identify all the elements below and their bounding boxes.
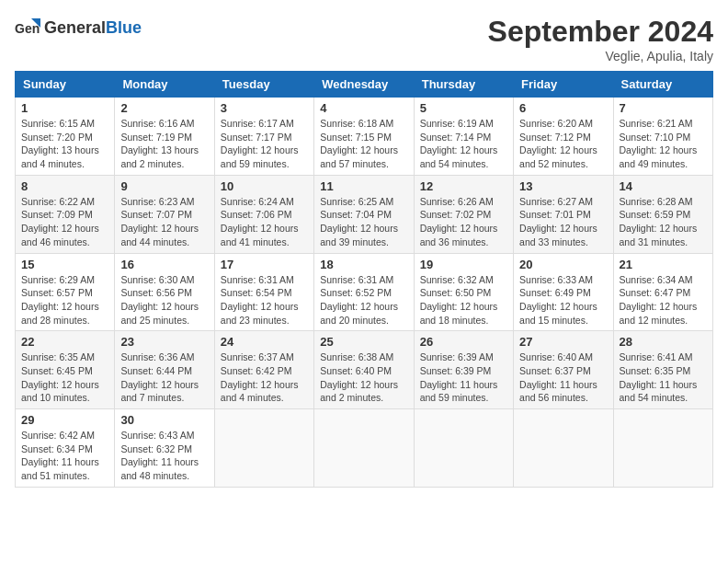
logo: Gen GeneralBlue	[15, 15, 142, 40]
day-info: Sunrise: 6:30 AM Sunset: 6:56 PM Dayligh…	[120, 273, 208, 327]
calendar-cell	[214, 409, 313, 488]
day-number: 10	[221, 179, 308, 193]
day-info: Sunrise: 6:24 AM Sunset: 7:06 PM Dayligh…	[221, 195, 308, 249]
day-info: Sunrise: 6:20 AM Sunset: 7:12 PM Dayligh…	[519, 117, 607, 171]
calendar-cell: 18Sunrise: 6:31 AM Sunset: 6:52 PM Dayli…	[314, 253, 414, 331]
day-number: 8	[21, 179, 108, 193]
calendar-cell: 26Sunrise: 6:39 AM Sunset: 6:39 PM Dayli…	[414, 331, 513, 409]
title-section: September 2024 Veglie, Apulia, Italy	[488, 15, 713, 63]
day-info: Sunrise: 6:31 AM Sunset: 6:52 PM Dayligh…	[320, 273, 407, 327]
weekday-header-wednesday: Wednesday	[314, 72, 414, 98]
day-info: Sunrise: 6:27 AM Sunset: 7:01 PM Dayligh…	[519, 195, 607, 249]
calendar-cell: 27Sunrise: 6:40 AM Sunset: 6:37 PM Dayli…	[514, 331, 613, 409]
day-number: 2	[120, 101, 208, 115]
week-row-1: 1Sunrise: 6:15 AM Sunset: 7:20 PM Daylig…	[16, 98, 713, 176]
calendar-cell: 8Sunrise: 6:22 AM Sunset: 7:09 PM Daylig…	[16, 175, 115, 253]
day-info: Sunrise: 6:26 AM Sunset: 7:02 PM Dayligh…	[420, 195, 507, 249]
week-row-4: 22Sunrise: 6:35 AM Sunset: 6:45 PM Dayli…	[16, 331, 713, 409]
day-number: 6	[519, 101, 607, 115]
calendar-cell: 14Sunrise: 6:28 AM Sunset: 6:59 PM Dayli…	[613, 175, 712, 253]
day-info: Sunrise: 6:38 AM Sunset: 6:40 PM Dayligh…	[320, 350, 407, 405]
calendar-cell: 21Sunrise: 6:34 AM Sunset: 6:47 PM Dayli…	[613, 253, 712, 331]
day-info: Sunrise: 6:34 AM Sunset: 6:47 PM Dayligh…	[620, 273, 707, 327]
day-number: 20	[519, 258, 607, 271]
day-number: 9	[120, 179, 208, 193]
day-number: 1	[21, 101, 108, 115]
calendar-cell: 4Sunrise: 6:18 AM Sunset: 7:15 PM Daylig…	[314, 98, 414, 176]
calendar-cell: 17Sunrise: 6:31 AM Sunset: 6:54 PM Dayli…	[214, 253, 313, 331]
day-number: 30	[120, 413, 208, 427]
day-info: Sunrise: 6:31 AM Sunset: 6:54 PM Dayligh…	[221, 273, 308, 327]
day-info: Sunrise: 6:39 AM Sunset: 6:39 PM Dayligh…	[420, 350, 507, 405]
calendar-cell: 9Sunrise: 6:23 AM Sunset: 7:07 PM Daylig…	[115, 175, 214, 253]
calendar-cell: 13Sunrise: 6:27 AM Sunset: 7:01 PM Dayli…	[514, 175, 613, 253]
calendar-table: SundayMondayTuesdayWednesdayThursdayFrid…	[15, 71, 713, 488]
logo-general: General	[44, 18, 106, 37]
weekday-header-thursday: Thursday	[414, 72, 513, 98]
logo-icon: Gen	[15, 15, 40, 40]
day-info: Sunrise: 6:17 AM Sunset: 7:17 PM Dayligh…	[221, 117, 308, 171]
day-number: 4	[320, 101, 407, 115]
day-number: 23	[120, 335, 208, 349]
day-number: 21	[620, 258, 707, 271]
calendar-cell: 28Sunrise: 6:41 AM Sunset: 6:35 PM Dayli…	[613, 331, 712, 409]
day-number: 7	[620, 101, 707, 115]
day-number: 27	[519, 335, 607, 349]
calendar-cell: 5Sunrise: 6:19 AM Sunset: 7:14 PM Daylig…	[414, 98, 513, 176]
day-info: Sunrise: 6:22 AM Sunset: 7:09 PM Dayligh…	[21, 195, 108, 249]
day-info: Sunrise: 6:42 AM Sunset: 6:34 PM Dayligh…	[21, 429, 108, 483]
day-number: 3	[221, 101, 308, 115]
weekday-header-tuesday: Tuesday	[214, 72, 313, 98]
day-number: 22	[21, 335, 108, 349]
day-number: 14	[620, 179, 707, 193]
svg-text:Gen: Gen	[15, 21, 40, 36]
calendar-cell: 2Sunrise: 6:16 AM Sunset: 7:19 PM Daylig…	[115, 98, 214, 176]
day-info: Sunrise: 6:33 AM Sunset: 6:49 PM Dayligh…	[519, 273, 607, 327]
day-info: Sunrise: 6:23 AM Sunset: 7:07 PM Dayligh…	[120, 195, 208, 249]
calendar-cell: 12Sunrise: 6:26 AM Sunset: 7:02 PM Dayli…	[414, 175, 513, 253]
day-info: Sunrise: 6:43 AM Sunset: 6:32 PM Dayligh…	[120, 429, 208, 483]
day-number: 12	[420, 179, 507, 193]
calendar-cell: 24Sunrise: 6:37 AM Sunset: 6:42 PM Dayli…	[214, 331, 313, 409]
day-info: Sunrise: 6:16 AM Sunset: 7:19 PM Dayligh…	[120, 117, 208, 171]
day-info: Sunrise: 6:32 AM Sunset: 6:50 PM Dayligh…	[420, 273, 507, 327]
calendar-cell	[314, 409, 414, 488]
calendar-cell: 23Sunrise: 6:36 AM Sunset: 6:44 PM Dayli…	[115, 331, 214, 409]
day-number: 13	[519, 179, 607, 193]
week-row-2: 8Sunrise: 6:22 AM Sunset: 7:09 PM Daylig…	[16, 175, 713, 253]
calendar-cell	[414, 409, 513, 488]
calendar-cell: 29Sunrise: 6:42 AM Sunset: 6:34 PM Dayli…	[16, 409, 115, 488]
calendar-cell: 16Sunrise: 6:30 AM Sunset: 6:56 PM Dayli…	[115, 253, 214, 331]
weekday-header-sunday: Sunday	[16, 72, 115, 98]
day-number: 28	[620, 335, 707, 349]
day-number: 5	[420, 101, 507, 115]
day-number: 11	[320, 179, 407, 193]
day-info: Sunrise: 6:18 AM Sunset: 7:15 PM Dayligh…	[320, 117, 407, 171]
week-row-3: 15Sunrise: 6:29 AM Sunset: 6:57 PM Dayli…	[16, 253, 713, 331]
calendar-cell: 22Sunrise: 6:35 AM Sunset: 6:45 PM Dayli…	[16, 331, 115, 409]
day-number: 17	[221, 258, 308, 271]
location-subtitle: Veglie, Apulia, Italy	[488, 49, 713, 63]
calendar-cell: 25Sunrise: 6:38 AM Sunset: 6:40 PM Dayli…	[314, 331, 414, 409]
calendar-cell: 7Sunrise: 6:21 AM Sunset: 7:10 PM Daylig…	[613, 98, 712, 176]
calendar-cell: 11Sunrise: 6:25 AM Sunset: 7:04 PM Dayli…	[314, 175, 414, 253]
day-number: 15	[21, 258, 108, 271]
day-info: Sunrise: 6:25 AM Sunset: 7:04 PM Dayligh…	[320, 195, 407, 249]
calendar-cell	[613, 409, 712, 488]
weekday-header-monday: Monday	[115, 72, 214, 98]
day-number: 16	[120, 258, 208, 271]
day-info: Sunrise: 6:41 AM Sunset: 6:35 PM Dayligh…	[620, 350, 707, 405]
week-row-5: 29Sunrise: 6:42 AM Sunset: 6:34 PM Dayli…	[16, 409, 713, 488]
calendar-cell: 3Sunrise: 6:17 AM Sunset: 7:17 PM Daylig…	[214, 98, 313, 176]
day-info: Sunrise: 6:35 AM Sunset: 6:45 PM Dayligh…	[21, 350, 108, 405]
day-info: Sunrise: 6:28 AM Sunset: 6:59 PM Dayligh…	[620, 195, 707, 249]
day-number: 26	[420, 335, 507, 349]
day-number: 18	[320, 258, 407, 271]
calendar-cell: 6Sunrise: 6:20 AM Sunset: 7:12 PM Daylig…	[514, 98, 613, 176]
day-info: Sunrise: 6:36 AM Sunset: 6:44 PM Dayligh…	[120, 350, 208, 405]
day-info: Sunrise: 6:15 AM Sunset: 7:20 PM Dayligh…	[21, 117, 108, 171]
day-number: 29	[21, 413, 108, 427]
logo-blue: Blue	[106, 18, 142, 37]
month-title: September 2024	[488, 15, 713, 49]
day-info: Sunrise: 6:21 AM Sunset: 7:10 PM Dayligh…	[620, 117, 707, 171]
